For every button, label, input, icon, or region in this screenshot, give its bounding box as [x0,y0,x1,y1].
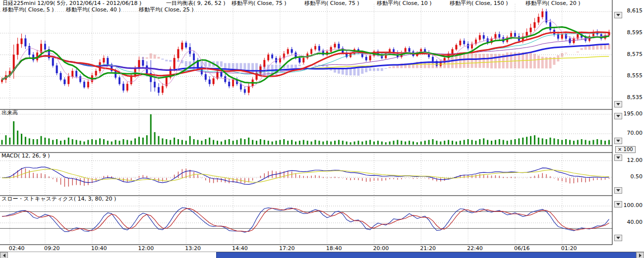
time-axis-label: 18:40 [326,246,342,252]
axis-scale-button[interactable] [614,201,622,207]
indicator-label: 移動平均( Close, 40 ) [66,7,121,13]
time-axis-label: 02:40 [9,246,25,252]
time-axis-label: 06/16 [514,246,530,252]
chart-window: 出来高 MACD( 12, 26, 9 ) スロー・ストキャスティクス( 14,… [0,0,644,258]
indicator-label: 移動平均( Close, 20 ) [526,0,581,6]
axis-scale-button[interactable] [614,235,622,241]
time-axis-label: 01:20 [561,246,577,252]
scroll-left-button[interactable] [0,252,8,258]
volume-panel-title: 出来高 [1,110,18,116]
price-axis-label: 8,555 [615,73,643,79]
price-chart-canvas[interactable] [0,0,644,246]
time-axis-label: 17:20 [279,246,295,252]
price-axis-label: 8,575 [615,52,643,57]
indicator-label: 移動平均( Close, 75 ) [304,0,359,6]
indicator-label: 一目均衡表( 9, 26, 52 ) [166,0,226,6]
price-axis-label: 8,535 [615,95,643,101]
axis-scale-button[interactable] [614,155,622,161]
stochastics-panel-title: スロー・ストキャスティクス( 14, 3, 80, 20 ) [1,196,116,202]
scroll-right-icon [639,254,642,258]
time-axis-label: 21:20 [420,246,436,252]
stoch-axis-label: 40.00 [615,219,643,225]
macd-panel-title: MACD( 12, 26, 9 ) [1,153,50,159]
chevron-down-icon [616,203,620,206]
scroll-right-button[interactable] [636,252,644,258]
axis-scale-button[interactable] [614,113,622,119]
time-axis-label: 20:00 [373,246,389,252]
axis-scale-button[interactable] [614,12,622,18]
indicator-label: 移動平均( Close, 10 ) [377,0,432,6]
price-axis-label: 8,595 [615,30,643,36]
chevron-down-icon [616,140,620,142]
indicator-label: 移動平均( Close, 25 ) [139,7,194,13]
chevron-down-icon [616,14,620,16]
time-axis-label: 14:40 [232,246,248,252]
horizontal-scrollbar[interactable] [0,252,644,258]
indicator-label: 移動平均( Close, 75 ) [232,0,287,6]
volume-multiplier-badge: × 100 [615,146,636,153]
volume-axis-label: 70.00 [615,130,643,136]
indicator-label: 移動平均( Close, 150 ) [450,0,508,6]
scrollbar-track[interactable] [8,252,636,258]
chevron-down-icon [616,189,620,192]
scrollbar-thumb[interactable] [216,252,644,258]
chevron-down-icon [616,156,620,159]
indicator-label: 移動平均( Close, 5 ) [2,7,54,13]
chevron-down-icon [616,115,620,117]
indicator-label: 日経225mini 12/09( 5分, 2012/06/14 - 2012/0… [2,0,141,6]
time-axis-label: 09:20 [44,246,60,252]
time-axis-label: 12:00 [138,246,154,252]
axis-scale-button[interactable] [614,101,622,107]
axis-scale-button[interactable] [614,187,622,194]
macd-axis-label: 0.50 [615,174,643,180]
time-axis-label: 10:40 [91,246,107,252]
chevron-down-icon [616,237,620,239]
time-axis-label: 13:20 [185,246,201,252]
chevron-down-icon [616,103,620,105]
axis-scale-button[interactable] [614,138,622,144]
time-axis-label: 22:40 [467,246,483,252]
scroll-left-icon [3,254,5,258]
